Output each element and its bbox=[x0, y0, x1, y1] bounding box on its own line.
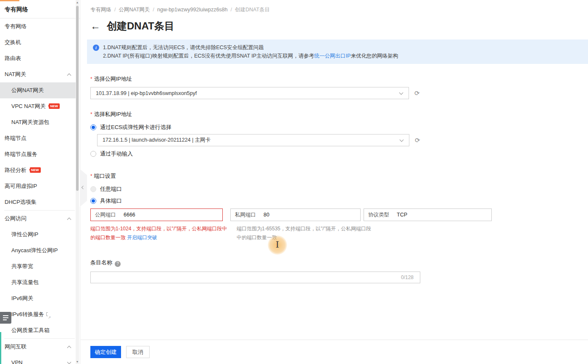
external-link-icon bbox=[46, 312, 50, 316]
sidebar-item-ipv6-translation[interactable]: IPv6转换服务 bbox=[0, 306, 80, 322]
private-ip-label: *选择私网IP地址 bbox=[90, 111, 588, 118]
sidebar-group-public-access[interactable]: 公网访问 bbox=[0, 211, 80, 227]
sidebar-item-network-quality-toolbox[interactable]: 公网质量工具箱 bbox=[0, 322, 80, 338]
banner-line-2: 2.DNAT IP(所有端口)映射规则配置后，ECS没有优先使用SNAT IP主… bbox=[103, 52, 582, 60]
sidebar-item-ha-vip[interactable]: 高可用虚拟IP bbox=[0, 178, 80, 194]
port-settings-label: *端口设置 bbox=[90, 172, 588, 180]
chevron-down-icon bbox=[399, 91, 403, 95]
private-port-input[interactable]: 私网端口 80 bbox=[230, 208, 361, 221]
sidebar-item-anycast-eip[interactable]: Anycast弹性公网IP bbox=[0, 243, 80, 258]
chevron-down-icon bbox=[67, 360, 71, 364]
private-port-help: 端口范围为1-65535，支持端口段，以"/"隔开，公私网端口段中的端口数量一致 bbox=[237, 224, 371, 242]
sidebar-group-inter-network[interactable]: 网间互联 bbox=[0, 339, 80, 355]
sidebar-nav: 专有网络 交换机 路由表 NAT网关 公网NAT网关 VPC NAT网关NEW … bbox=[0, 18, 80, 364]
sidebar-item-vpn[interactable]: VPN bbox=[0, 355, 80, 364]
radio-checked-icon bbox=[90, 198, 96, 204]
radio-unchecked-icon bbox=[90, 151, 96, 157]
chevron-up-icon bbox=[67, 218, 71, 222]
sidebar-group-nat-gateway[interactable]: NAT网关 bbox=[0, 66, 80, 82]
char-counter: 0/128 bbox=[401, 274, 414, 280]
breadcrumb-vpc[interactable]: 专有网络 bbox=[90, 7, 111, 13]
sidebar-item-path-analysis[interactable]: 路径分析NEW bbox=[0, 162, 80, 178]
public-ip-select[interactable]: 101.37.18.99 | eip-bp1vvbh6swnplsxon5pyf bbox=[90, 87, 409, 99]
back-button[interactable]: ← bbox=[90, 21, 100, 31]
private-ip-value: 172.16.1.5 | launch-advisor-20211224 | 主… bbox=[103, 137, 211, 144]
sidebar-item-data-transfer-plan[interactable]: 共享流量包 bbox=[0, 274, 80, 290]
sidebar: 专有网络 专有网络 交换机 路由表 NAT网关 公网NAT网关 VPC NAT网… bbox=[0, 0, 80, 364]
public-ip-value: 101.37.18.99 | eip-bp1vvbh6swnplsxon5pyf bbox=[96, 90, 197, 96]
sidebar-item-endpoint-service[interactable]: 终端节点服务 bbox=[0, 146, 80, 162]
sidebar-item-route-table[interactable]: 路由表 bbox=[0, 50, 80, 66]
radio-checked-icon bbox=[90, 124, 96, 130]
sidebar-item-public-nat-gateway[interactable]: 公网NAT网关 bbox=[0, 82, 76, 98]
radio-select-by-ecs[interactable]: 通过ECS或弹性网卡进行选择 bbox=[90, 124, 588, 131]
cancel-button[interactable]: 取消 bbox=[126, 346, 150, 358]
radio-specific-port[interactable]: 具体端口 bbox=[90, 197, 588, 205]
sidebar-collapse-handle[interactable] bbox=[80, 169, 87, 207]
sidebar-item-endpoint[interactable]: 终端节点 bbox=[0, 130, 80, 146]
radio-manual-input[interactable]: 通过手动输入 bbox=[90, 150, 588, 158]
info-icon: i bbox=[93, 45, 99, 51]
public-port-input[interactable]: 公网端口 6666 bbox=[90, 208, 223, 221]
breadcrumb: 专有网络/公网NAT网关/ngw-bp1wzwy992luiwpzz6s8h/创… bbox=[81, 0, 588, 13]
refresh-icon[interactable]: ⟳ bbox=[414, 90, 420, 97]
main-content: 专有网络/公网NAT网关/ngw-bp1wzwy992luiwpzz6s8h/创… bbox=[81, 0, 588, 364]
teal-accent-bar bbox=[0, 332, 1, 364]
scroll-down-icon[interactable]: ▼ bbox=[76, 360, 79, 363]
enable-port-breakthrough-link[interactable]: 开启端口突破 bbox=[127, 235, 157, 240]
sidebar-item-eip[interactable]: 弹性公网IP bbox=[0, 227, 80, 243]
radio-unchecked-icon bbox=[90, 186, 96, 192]
sidebar-item-vpc[interactable]: 专有网络 bbox=[0, 18, 80, 34]
radio-any-port[interactable]: 任意端口 bbox=[90, 185, 588, 193]
sidebar-item-shared-bandwidth[interactable]: 共享带宽 bbox=[0, 258, 80, 274]
entry-name-label: 条目名称? bbox=[90, 259, 588, 267]
form-footer: 确定创建 取消 bbox=[81, 340, 588, 364]
info-banner: i 1.DNAT规则配置后，无法访问ECS，请优先排除ECS安全组配置问题 2.… bbox=[87, 40, 588, 64]
banner-line-1: 1.DNAT规则配置后，无法访问ECS，请优先排除ECS安全组配置问题 bbox=[103, 43, 582, 52]
breadcrumb-current: 创建DNAT条目 bbox=[235, 7, 270, 13]
new-badge: NEW bbox=[49, 103, 60, 109]
breadcrumb-gateway-id[interactable]: ngw-bp1wzwy992luiwpzz6s8h bbox=[157, 7, 227, 13]
chevron-left-icon bbox=[82, 186, 85, 189]
chevron-up-icon bbox=[67, 346, 71, 350]
scrollbar-thumb[interactable] bbox=[76, 6, 79, 191]
breadcrumb-public-nat[interactable]: 公网NAT网关 bbox=[119, 7, 150, 13]
sidebar-scrollbar[interactable]: ▲ ▼ bbox=[76, 0, 79, 364]
chevron-up-icon bbox=[67, 74, 71, 78]
private-ip-select[interactable]: 172.16.1.5 | launch-advisor-20211224 | 主… bbox=[97, 134, 409, 146]
unified-egress-ip-link[interactable]: 统一公网出口IP bbox=[314, 53, 351, 59]
sidebar-item-vpc-nat-gateway[interactable]: VPC NAT网关NEW bbox=[0, 98, 80, 114]
sidebar-item-vswitch[interactable]: 交换机 bbox=[0, 34, 80, 50]
confirm-create-button[interactable]: 确定创建 bbox=[90, 346, 121, 358]
refresh-icon[interactable]: ⟳ bbox=[415, 137, 420, 144]
sidebar-title: 专有网络 bbox=[0, 0, 80, 18]
task-list-button[interactable] bbox=[0, 312, 11, 324]
public-ip-label: *选择公网IP地址 bbox=[90, 75, 588, 83]
new-badge: NEW bbox=[30, 167, 41, 173]
loading-bar bbox=[0, 0, 19, 1]
help-icon[interactable]: ? bbox=[115, 261, 121, 267]
sidebar-item-ipv6-gateway[interactable]: IPv6网关 bbox=[0, 290, 80, 306]
chevron-down-icon bbox=[400, 138, 404, 142]
protocol-select[interactable]: 协议类型 TCP bbox=[364, 208, 492, 221]
dnat-form: *选择公网IP地址 101.37.18.99 | eip-bp1vvbh6swn… bbox=[81, 75, 588, 283]
sidebar-item-nat-resource-pack[interactable]: NAT网关资源包 bbox=[0, 114, 80, 130]
entry-name-input[interactable]: 0/128 bbox=[90, 272, 420, 283]
sidebar-item-dhcp-options[interactable]: DHCP选项集 bbox=[0, 194, 80, 210]
public-port-error: 端口范围为1-1024，支持端口段，以"/"隔开，公私网端口段中的端口数量一致 … bbox=[90, 224, 230, 242]
page-title: 创建DNAT条目 bbox=[107, 19, 174, 33]
scroll-up-icon[interactable]: ▲ bbox=[76, 1, 79, 4]
